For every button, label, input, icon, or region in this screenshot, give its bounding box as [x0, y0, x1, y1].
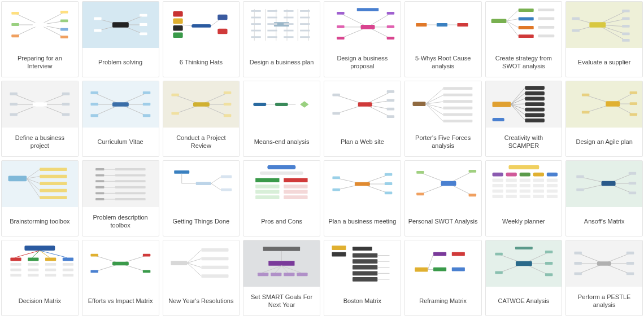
svg-rect-298 — [577, 176, 584, 178]
svg-line-237 — [211, 177, 220, 183]
template-thumbnail — [163, 81, 240, 128]
svg-rect-90 — [538, 26, 554, 29]
svg-rect-289 — [533, 184, 543, 187]
svg-rect-315 — [28, 257, 38, 261]
svg-rect-5 — [11, 34, 19, 37]
template-card[interactable]: Design an Agile plan — [565, 81, 643, 157]
svg-rect-196 — [582, 111, 589, 114]
svg-rect-83 — [518, 8, 533, 12]
template-card[interactable]: Porter's Five Forces analysis — [404, 81, 482, 157]
svg-rect-337 — [112, 262, 129, 266]
template-card[interactable]: Pros and Cons — [243, 160, 320, 236]
svg-rect-59 — [268, 36, 277, 38]
template-label: Problem solving — [82, 48, 159, 77]
svg-rect-127 — [90, 114, 98, 117]
svg-rect-163 — [358, 102, 372, 107]
template-thumbnail — [405, 81, 481, 128]
template-card[interactable]: Getting Things Done — [163, 160, 240, 236]
svg-rect-344 — [201, 266, 228, 269]
svg-rect-269 — [468, 194, 476, 196]
svg-rect-247 — [255, 190, 279, 194]
template-card[interactable]: Plan a Web site — [324, 81, 401, 157]
svg-rect-7 — [60, 11, 68, 14]
svg-rect-280 — [506, 190, 516, 193]
svg-rect-311 — [10, 263, 21, 266]
svg-line-173 — [425, 104, 443, 115]
template-card[interactable]: Plan a business meeting — [324, 160, 401, 236]
svg-rect-286 — [519, 195, 530, 198]
svg-rect-361 — [353, 253, 377, 258]
svg-rect-346 — [201, 274, 228, 278]
svg-rect-142 — [223, 103, 230, 106]
svg-rect-263 — [416, 171, 424, 174]
template-card[interactable]: Conduct a Project Review — [163, 81, 240, 157]
template-card[interactable]: Create strategy from SWOT analysis — [485, 1, 563, 77]
template-label: Create strategy from SWOT analysis — [486, 48, 562, 77]
svg-rect-239 — [221, 176, 232, 178]
template-card[interactable]: Design a business proposal — [324, 1, 401, 77]
svg-rect-154 — [332, 112, 340, 115]
svg-line-31 — [182, 25, 191, 26]
template-thumbnail — [243, 240, 320, 287]
template-card[interactable]: Weekly planner — [485, 160, 563, 236]
template-card[interactable]: New Year's Resolutions — [163, 240, 240, 316]
svg-rect-276 — [492, 195, 503, 198]
svg-rect-224 — [95, 186, 104, 189]
template-card[interactable]: CATWOE Analysis — [485, 240, 563, 316]
svg-rect-252 — [332, 177, 340, 179]
template-card[interactable]: Boston Matrix — [324, 240, 401, 316]
svg-rect-206 — [40, 168, 67, 171]
svg-rect-14 — [33, 23, 47, 27]
svg-rect-271 — [508, 165, 539, 169]
template-card[interactable]: 5-Whys Root Cause analysis — [404, 1, 482, 77]
template-card[interactable]: Ansoff's Matrix — [565, 160, 643, 236]
template-card[interactable]: Define a business project — [1, 81, 79, 157]
template-card[interactable]: Efforts vs Impact Matrix — [82, 240, 159, 316]
svg-rect-351 — [258, 273, 268, 276]
template-card[interactable]: Perform a PESTLE analysis — [565, 240, 643, 316]
template-card[interactable]: Problem solving — [82, 1, 159, 77]
svg-rect-222 — [115, 180, 146, 182]
template-card[interactable]: Design a business plan — [243, 1, 320, 77]
svg-rect-202 — [630, 113, 637, 116]
svg-rect-185 — [525, 102, 545, 106]
svg-rect-212 — [40, 189, 67, 192]
svg-rect-306 — [629, 191, 636, 194]
template-card[interactable]: Personal SWOT Analysis — [404, 160, 482, 236]
svg-line-88 — [506, 21, 518, 28]
template-card[interactable]: Preparing for an Interview — [1, 1, 79, 77]
svg-rect-290 — [533, 190, 543, 193]
template-thumbnail — [324, 2, 401, 48]
svg-rect-27 — [173, 18, 182, 24]
template-card[interactable]: Problem description toolbox — [82, 160, 159, 236]
svg-rect-294 — [546, 184, 557, 187]
template-card[interactable]: Means-end analysis — [243, 81, 320, 157]
template-card[interactable]: Decision Matrix — [1, 240, 79, 316]
template-thumbnail — [82, 161, 159, 207]
template-card[interactable]: Evaluate a supplier — [565, 1, 643, 77]
svg-rect-187 — [525, 108, 545, 112]
svg-rect-45 — [300, 10, 310, 12]
template-label: Weekly planner — [486, 207, 562, 236]
svg-rect-129 — [143, 91, 150, 94]
svg-rect-393 — [575, 262, 582, 265]
template-thumbnail — [324, 81, 401, 128]
template-card[interactable]: Set SMART Goals For Next Year — [243, 240, 320, 316]
template-card[interactable]: 6 Thinking Hats — [163, 1, 240, 77]
svg-rect-89 — [518, 26, 533, 29]
template-grid: Preparing for an InterviewProblem solvin… — [1, 1, 643, 316]
template-label: Personal SWOT Analysis — [405, 207, 481, 236]
template-card[interactable]: Curriculum Vitae — [82, 81, 159, 157]
svg-rect-138 — [171, 112, 179, 115]
svg-rect-308 — [24, 246, 55, 251]
svg-rect-77 — [437, 23, 447, 27]
svg-rect-397 — [626, 252, 634, 255]
svg-rect-334 — [143, 254, 150, 257]
svg-rect-296 — [546, 195, 557, 198]
template-card[interactable]: Brainstorming toolbox — [1, 160, 79, 236]
template-thumbnail — [163, 161, 240, 207]
svg-rect-359 — [332, 252, 346, 257]
template-card[interactable]: Creativity with SCAMPER — [485, 81, 563, 157]
template-card[interactable]: Reframing Matrix — [404, 240, 482, 316]
svg-marker-150 — [300, 101, 308, 108]
